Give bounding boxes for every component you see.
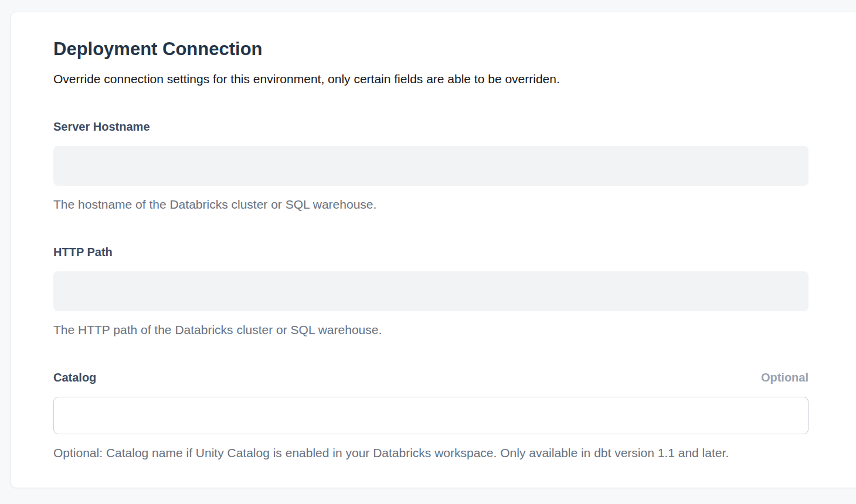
deployment-connection-card: Deployment Connection Override connectio… [11,12,856,488]
server-hostname-helper-text: The hostname of the Databricks cluster o… [53,196,809,213]
page-title: Deployment Connection [53,38,856,60]
catalog-input[interactable] [53,397,809,434]
field-catalog: Catalog Optional Optional: Catalog name … [53,370,809,461]
catalog-helper-text: Optional: Catalog name if Unity Catalog … [53,445,809,461]
http-path-label: HTTP Path [53,244,113,260]
settings-page: { "header": { "title": "Deployment Conne… [0,0,856,504]
http-path-input [53,271,809,311]
catalog-label-row: Catalog Optional [53,370,809,385]
page-subtitle: Override connection settings for this en… [53,71,856,87]
field-http-path: HTTP Path The HTTP path of the Databrick… [53,244,809,338]
server-hostname-input [53,146,809,186]
catalog-label: Catalog [53,370,96,385]
http-path-label-row: HTTP Path [53,244,809,260]
field-server-hostname: Server Hostname The hostname of the Data… [53,119,809,213]
http-path-helper-text: The HTTP path of the Databricks cluster … [53,322,809,338]
server-hostname-label-row: Server Hostname [53,119,809,134]
catalog-optional-badge: Optional [761,370,809,385]
server-hostname-label: Server Hostname [53,119,150,134]
